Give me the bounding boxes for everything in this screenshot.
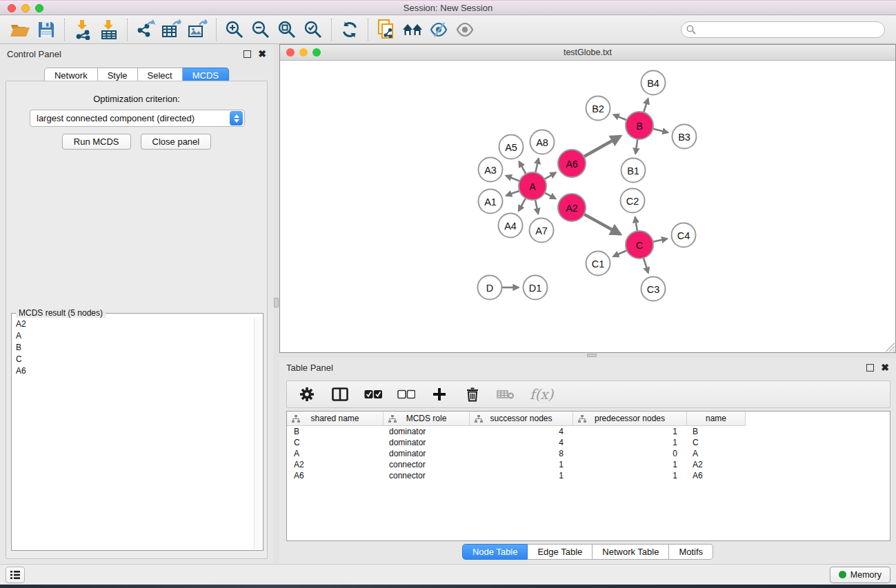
network-minimize-button[interactable]	[299, 48, 308, 57]
node-A3[interactable]: A3	[479, 158, 503, 182]
node-A6[interactable]: A6	[558, 150, 586, 177]
zoom-fit-icon[interactable]	[274, 18, 300, 41]
table-tab-motifs[interactable]: Motifs	[669, 544, 713, 560]
node-C1[interactable]: C1	[586, 252, 610, 276]
network-graph[interactable]: B4B2BB3A5A8A6A3B1AA1C2A2A4A7CC4C1C3DD1	[280, 61, 895, 352]
node-A2[interactable]: A2	[558, 194, 586, 221]
node-B3[interactable]: B3	[673, 125, 697, 149]
edge-A-A5[interactable]	[519, 161, 526, 174]
table-row[interactable]: A6connector11A6	[287, 470, 890, 481]
column-header-name[interactable]: name	[687, 412, 746, 426]
edge-A-A7[interactable]	[535, 200, 538, 214]
node-A1[interactable]: A1	[479, 190, 503, 214]
import-table-icon[interactable]	[96, 18, 122, 41]
add-icon[interactable]	[430, 385, 448, 403]
zoom-selected-icon[interactable]	[300, 18, 326, 41]
node-A[interactable]: A	[519, 172, 546, 200]
table-tab-edge-table[interactable]: Edge Table	[528, 544, 593, 560]
node-B2[interactable]: B2	[586, 97, 610, 121]
node-table[interactable]: shared nameMCDS rolesuccessor nodesprede…	[286, 411, 890, 541]
minimize-window-button[interactable]	[21, 4, 30, 12]
column-header-successor-nodes[interactable]: successor nodes	[470, 412, 573, 426]
node-D[interactable]: D	[478, 276, 502, 300]
edge-A6-B[interactable]	[584, 136, 620, 157]
node-C[interactable]: C	[626, 231, 653, 258]
network-window-controls[interactable]	[286, 48, 321, 57]
edge-C-C2[interactable]	[635, 217, 637, 231]
table-row[interactable]: Adominator80A	[287, 448, 890, 459]
run-mcds-button[interactable]: Run MCDS	[62, 134, 131, 150]
zoom-out-icon[interactable]	[248, 18, 274, 41]
network-zoom-button[interactable]	[312, 48, 321, 57]
close-table-panel-icon[interactable]: ✖	[881, 364, 889, 372]
edge-A-A6[interactable]	[544, 172, 556, 179]
zoom-window-button[interactable]	[35, 4, 43, 12]
edge-B-B2[interactable]	[613, 114, 626, 120]
network-close-button[interactable]	[286, 48, 295, 57]
close-window-button[interactable]	[8, 4, 16, 12]
node-A8[interactable]: A8	[530, 130, 555, 154]
vertical-split-divider[interactable]	[273, 44, 279, 563]
table-row[interactable]: A2connector11A2	[287, 459, 890, 470]
select-all-icon[interactable]	[364, 385, 382, 403]
edge-A-A4[interactable]	[519, 198, 526, 210]
zoom-in-icon[interactable]	[221, 18, 248, 41]
float-table-panel-icon[interactable]	[866, 364, 874, 372]
node-D1[interactable]: D1	[524, 276, 548, 300]
open-session-icon[interactable]	[7, 18, 33, 41]
node-B4[interactable]: B4	[641, 71, 666, 95]
result-item[interactable]: A	[12, 330, 253, 341]
network-canvas[interactable]: B4B2BB3A5A8A6A3B1AA1C2A2A4A7CC4C1C3DD1	[280, 61, 895, 352]
edge-B-B3[interactable]	[653, 129, 668, 132]
import-network-icon[interactable]	[70, 18, 96, 41]
show-columns-icon[interactable]	[331, 385, 349, 403]
edge-A-A8[interactable]	[535, 159, 539, 173]
task-history-icon[interactable]	[6, 567, 25, 583]
node-A5[interactable]: A5	[499, 135, 524, 159]
table-tab-network-table[interactable]: Network Table	[593, 544, 669, 560]
result-item[interactable]: B	[12, 341, 253, 353]
save-session-icon[interactable]	[33, 18, 59, 41]
edge-A-A3[interactable]	[506, 176, 520, 181]
node-A4[interactable]: A4	[499, 214, 523, 238]
column-header-predecessor-nodes[interactable]: predecessor nodes	[573, 412, 687, 426]
float-panel-icon[interactable]	[243, 50, 251, 58]
edge-C-C3[interactable]	[644, 258, 648, 273]
export-network-icon[interactable]	[132, 18, 159, 41]
edge-B-B1[interactable]	[635, 139, 637, 154]
table-row[interactable]: Cdominator41C	[287, 437, 890, 448]
result-item[interactable]: A2	[12, 318, 253, 330]
search-input[interactable]	[681, 21, 885, 38]
mcds-result-list[interactable]: A2ABCA6	[12, 318, 253, 549]
horizontal-split-divider[interactable]	[279, 353, 896, 358]
edge-C-C4[interactable]	[653, 239, 668, 242]
refresh-icon[interactable]	[337, 18, 363, 41]
column-header-shared-name[interactable]: shared name	[287, 412, 384, 426]
table-row[interactable]: Bdominator41B	[287, 426, 890, 437]
deselect-all-icon[interactable]	[397, 385, 415, 403]
resize-grip[interactable]	[886, 343, 895, 352]
edge-C-C1[interactable]	[613, 250, 627, 256]
memory-button[interactable]: Memory	[830, 567, 890, 583]
edge-B-B4[interactable]	[644, 99, 648, 112]
delete-table-icon[interactable]	[497, 385, 515, 403]
new-network-icon[interactable]	[373, 18, 399, 41]
result-item[interactable]: A6	[12, 365, 253, 376]
export-image-icon[interactable]	[185, 18, 211, 41]
node-C3[interactable]: C3	[641, 277, 666, 301]
node-A7[interactable]: A7	[530, 219, 554, 243]
column-header-MCDS-role[interactable]: MCDS role	[384, 412, 470, 426]
table-tab-node-table[interactable]: Node Table	[462, 544, 528, 560]
node-C4[interactable]: C4	[672, 223, 696, 247]
close-panel-icon[interactable]: ✖	[258, 50, 266, 58]
delete-icon[interactable]	[464, 385, 481, 403]
edge-A-A2[interactable]	[545, 193, 556, 199]
edge-A2-C[interactable]	[584, 214, 621, 234]
table-settings-icon[interactable]	[298, 385, 316, 403]
result-scrollbar[interactable]	[254, 318, 262, 549]
show-hide-style-icon[interactable]	[426, 18, 452, 41]
node-C2[interactable]: C2	[621, 189, 645, 213]
result-item[interactable]: C	[12, 353, 253, 365]
edge-A-A1[interactable]	[506, 191, 519, 196]
show-hide-view-icon[interactable]	[452, 18, 478, 41]
